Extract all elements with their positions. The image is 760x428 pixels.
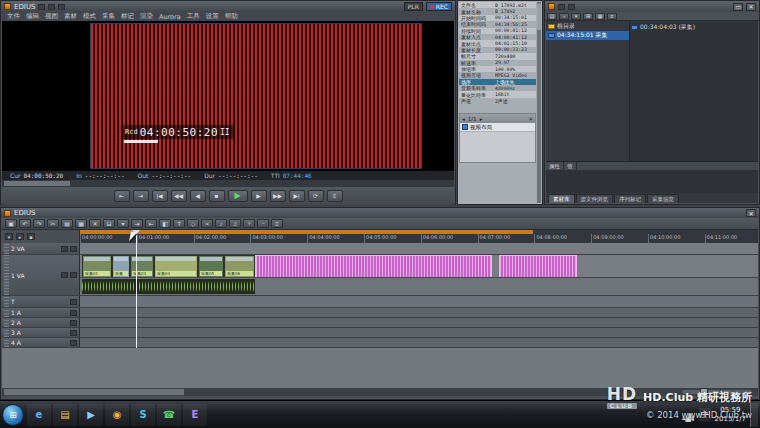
track-lane-2a[interactable] xyxy=(80,318,758,327)
menu-item[interactable]: Aurora xyxy=(159,13,181,21)
track-header-2a[interactable]: 2 A xyxy=(2,318,80,327)
thumbnail-view-button[interactable]: ⊞ xyxy=(583,13,593,20)
bin-close-button[interactable]: ✕ xyxy=(746,3,756,11)
bin-detail-column[interactable]: 值 xyxy=(564,162,577,170)
menu-item[interactable]: 模式 xyxy=(83,12,96,21)
playhead-line[interactable] xyxy=(136,230,137,348)
taskbar-wmp-icon[interactable]: ▶ xyxy=(79,404,103,426)
track-mute-icon[interactable] xyxy=(70,310,77,316)
track-collapse-icon[interactable]: ▾ xyxy=(5,233,13,240)
bin-clip-item[interactable]: 00:34:04:03 (采集) xyxy=(631,22,757,32)
fullscreen-icon[interactable] xyxy=(58,4,65,10)
property-row[interactable]: 结束时间码 04:34:56:25 xyxy=(459,21,536,27)
zoom-in-button[interactable]: ＋ xyxy=(243,219,255,228)
taskbar-edius-icon[interactable]: E xyxy=(183,404,207,426)
property-row[interactable]: 素材长度 00:00:33:23 xyxy=(459,47,536,53)
mixer-button[interactable]: ♫ xyxy=(229,219,241,228)
ripple-delete-button[interactable]: ⊟ xyxy=(103,219,115,228)
property-row[interactable]: 开始时间码 00:34:15:01 xyxy=(459,15,536,21)
track-lock-icon[interactable]: ▪ xyxy=(27,233,35,240)
cut-button[interactable]: ✂ xyxy=(47,219,59,228)
bin-tab[interactable]: 素材库 xyxy=(548,194,575,203)
set-in-button[interactable]: ⇤ xyxy=(114,190,130,202)
bin-clip-list[interactable]: 00:34:04:03 (采集) xyxy=(630,21,758,161)
track-mute-icon[interactable] xyxy=(70,320,77,326)
mode-menu-button[interactable]: ▾ xyxy=(117,219,129,228)
track-lane-4a[interactable] xyxy=(80,338,758,347)
fast-forward-button[interactable]: ▶▶ xyxy=(270,190,286,202)
track-grip[interactable] xyxy=(4,328,9,337)
detail-view-button[interactable]: ▦ xyxy=(595,13,605,20)
settings-button[interactable]: ≡ xyxy=(271,219,283,228)
new-folder-button[interactable]: ▤ xyxy=(547,13,557,20)
stop-button[interactable]: ■ xyxy=(209,190,225,202)
track-header-2va[interactable]: 2 VA xyxy=(2,243,80,254)
bin-tab[interactable]: 源文件浏览 xyxy=(576,194,614,203)
track-mute-icon[interactable] xyxy=(70,340,77,346)
rec-button[interactable]: REC xyxy=(426,2,452,11)
track-grip[interactable] xyxy=(4,308,9,317)
delete-button[interactable]: ✕ xyxy=(89,219,101,228)
property-row[interactable]: 音频采样率 48000Hz xyxy=(459,85,536,91)
track-lock-icon[interactable] xyxy=(70,246,77,252)
menu-item[interactable]: 采集 xyxy=(102,12,115,21)
taskbar-skype-icon[interactable]: S xyxy=(131,404,155,426)
property-row[interactable]: 帧尺寸 720x480 xyxy=(459,53,536,59)
prev-frame-button[interactable]: ◀ xyxy=(190,190,206,202)
next-clip-button[interactable]: ▶| xyxy=(289,190,305,202)
overwrite-mode-button[interactable]: ⇤ xyxy=(145,219,157,228)
track-header-1va[interactable]: 1 VA xyxy=(2,255,80,295)
effects-close-icon[interactable]: ✕ xyxy=(528,116,533,122)
menu-item[interactable]: 设置 xyxy=(206,12,219,21)
track-lane-1va-video[interactable]: 采集01 采集02 采集03 采集04 采集05 xyxy=(80,255,758,277)
bin-tree-capture[interactable]: 04:34:15:01 采集 xyxy=(546,31,629,40)
loop-button[interactable]: ⟳ xyxy=(308,190,324,202)
timeline-hscrollbar-thumb[interactable] xyxy=(4,389,184,395)
taskbar-phone-icon[interactable]: ☎ xyxy=(157,404,181,426)
taskbar-chrome-icon[interactable]: ◉ xyxy=(105,404,129,426)
view-mode-button[interactable]: ▾ xyxy=(571,13,581,20)
menu-item[interactable]: 渲染 xyxy=(140,12,153,21)
track-mute-icon[interactable] xyxy=(70,330,77,336)
timeline-ruler[interactable]: 04:00:00;0004:01:00;0004:02:00;0004:03:0… xyxy=(80,230,758,243)
property-row[interactable]: 素材名称 B_17892 xyxy=(459,8,536,14)
output-menu-button[interactable]: ≡ xyxy=(327,190,343,202)
add-clip-button[interactable]: ＋ xyxy=(559,13,569,20)
track-lock-icon[interactable] xyxy=(70,272,77,278)
property-row[interactable]: 声道 2声道 xyxy=(459,98,536,104)
copy-button[interactable]: ▤ xyxy=(61,219,73,228)
redo-button[interactable]: ↷ xyxy=(33,219,45,228)
menu-item[interactable]: 工具 xyxy=(187,12,200,21)
transition-button[interactable]: ◧ xyxy=(159,219,171,228)
property-row[interactable]: 素材入点 04:00:41:12 xyxy=(459,34,536,40)
track-grip[interactable] xyxy=(4,243,9,254)
property-row[interactable]: 场序 上场优先 xyxy=(459,79,536,85)
track-header-3a[interactable]: 3 A xyxy=(2,328,80,337)
music-clip[interactable] xyxy=(499,255,577,278)
property-row[interactable]: 伸缩率 100.00% xyxy=(459,66,536,72)
track-mute-icon[interactable] xyxy=(70,299,77,305)
insert-mode-button[interactable]: ⇥ xyxy=(131,219,143,228)
layout-icon[interactable] xyxy=(38,4,45,10)
menu-item[interactable]: 编辑 xyxy=(26,12,39,21)
property-row[interactable]: 视频压缩 MPEG2 Video xyxy=(459,72,536,78)
set-out-button[interactable]: ⇥ xyxy=(133,190,149,202)
track-mute-icon[interactable] xyxy=(61,272,68,278)
property-row[interactable]: 素材出点 04:01:15:10 xyxy=(459,40,536,46)
start-button[interactable]: ⊞ xyxy=(2,404,24,426)
preview-scrollbar[interactable] xyxy=(2,180,454,187)
menu-item[interactable]: 素材 xyxy=(64,12,77,21)
menu-item[interactable]: 文件 xyxy=(7,12,20,21)
property-row[interactable]: 帧速率 29.97 xyxy=(459,60,536,66)
effects-prev-icon[interactable]: ◂ xyxy=(462,116,465,122)
bin-detail-column[interactable]: 属性 xyxy=(546,162,564,170)
track-grip[interactable] xyxy=(4,296,9,307)
track-lane-2va[interactable] xyxy=(80,243,758,254)
menu-item[interactable]: 标记 xyxy=(121,12,134,21)
title-button[interactable]: T xyxy=(173,219,185,228)
music-clip[interactable] xyxy=(255,255,492,278)
track-grip[interactable] xyxy=(4,318,9,327)
bin-tab[interactable]: 序列标记 xyxy=(614,194,646,203)
effects-next-icon[interactable]: ▸ xyxy=(480,116,483,122)
track-header-1a[interactable]: 1 A xyxy=(2,308,80,317)
